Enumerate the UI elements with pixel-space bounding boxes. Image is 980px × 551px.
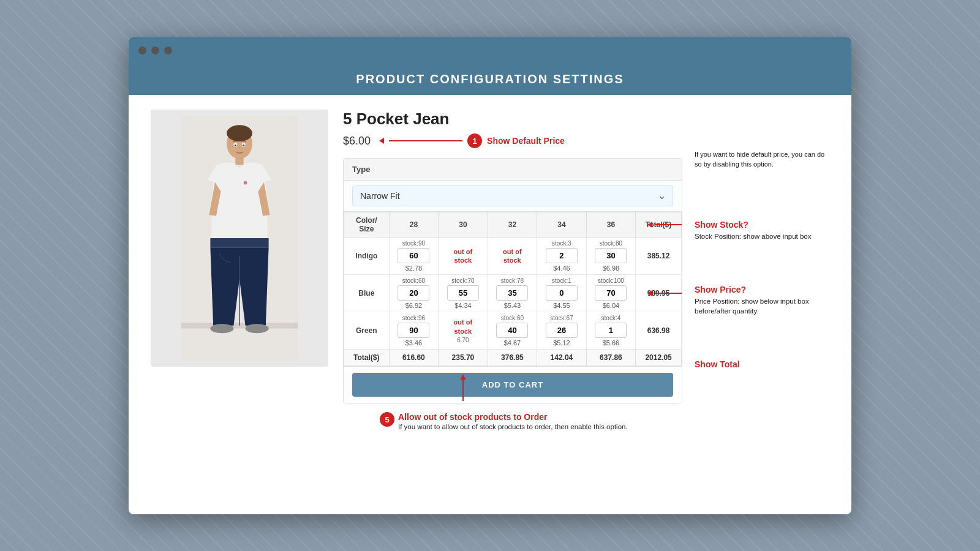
qty-indigo-28[interactable] <box>398 248 429 263</box>
product-image-col <box>151 110 328 504</box>
price-blue-28: $6.92 <box>405 302 423 309</box>
price-blue-34: $4.55 <box>553 302 570 309</box>
total-green: 636.98 <box>636 312 682 350</box>
price-blue-32: $5.43 <box>504 302 521 309</box>
price-blue-36: $6.04 <box>603 302 620 309</box>
type-select-input[interactable]: Narrow Fit Regular Fit Slim Fit <box>352 186 673 206</box>
app-window: PRODUCT CONFIGURATION SETTINGS <box>129 37 851 514</box>
total-col-34: 142.04 <box>537 350 587 366</box>
page-title: PRODUCT CONFIGURATION SETTINGS <box>129 72 851 86</box>
table-row-indigo: Indigo stock:90 $2.78 <box>344 238 682 275</box>
row-label-indigo: Indigo <box>344 238 390 275</box>
total-col-30: 235.70 <box>439 350 488 366</box>
annotation-2-row: Show Stock? <box>695 220 829 230</box>
annotation-1-badge: 1 <box>467 133 482 148</box>
cell-indigo-32: out ofstock <box>488 238 537 275</box>
cell-green-34: stock:67 $5.12 <box>537 312 587 350</box>
table-row-blue: Blue stock:60 $6.92 <box>344 275 682 312</box>
qty-green-32[interactable] <box>496 323 528 338</box>
row-label-blue: Blue <box>344 275 390 312</box>
table-header-row: Color/Size 28 30 32 34 36 <box>344 212 682 238</box>
window-header: PRODUCT CONFIGURATION SETTINGS <box>129 64 851 95</box>
annotation-3-arrow-container: 3 <box>647 286 682 301</box>
total-col-32: 376.85 <box>488 350 537 366</box>
out-of-stock-price-green-30: 6.70 <box>457 337 469 343</box>
svg-rect-7 <box>210 238 268 247</box>
stock-indigo-36: stock:80 <box>600 240 622 247</box>
product-image <box>151 110 328 367</box>
price-indigo-34: $4.46 <box>553 264 570 272</box>
price-green-28: $3.46 <box>405 339 423 347</box>
annotation-3-desc: Price Position: show below input box bef… <box>695 296 829 317</box>
product-name: 5 Pocket Jean <box>343 110 682 129</box>
totals-label: Total($) <box>344 350 390 366</box>
arrow-3-left-head <box>647 290 652 296</box>
cell-green-32: stock:60 $4.67 <box>488 312 537 350</box>
stock-green-32: stock:60 <box>501 315 524 321</box>
row-label-green: Green <box>344 312 390 350</box>
cell-indigo-30: out ofstock <box>439 238 488 275</box>
cell-indigo-28: stock:90 $2.78 <box>389 238 439 275</box>
qty-green-28[interactable] <box>398 323 429 338</box>
matrix-table: Color/Size 28 30 32 34 36 <box>344 212 682 366</box>
arrow-line <box>389 140 462 141</box>
arrow-3-line <box>655 293 682 294</box>
add-to-cart-button[interactable]: ADD TO CART <box>352 373 673 397</box>
traffic-lights <box>138 47 172 54</box>
svg-point-14 <box>235 144 236 146</box>
qty-blue-34[interactable] <box>546 285 578 301</box>
size-col-32: 32 <box>488 212 537 238</box>
stock-blue-36: stock:100 <box>598 277 624 284</box>
type-select-wrapper: Narrow Fit Regular Fit Slim Fit <box>352 186 673 206</box>
stock-blue-30: stock:70 <box>451 277 474 284</box>
svg-point-11 <box>244 181 247 185</box>
cell-green-28: stock:96 $3.46 <box>389 312 439 350</box>
type-header: Type <box>344 159 682 181</box>
traffic-light-close[interactable] <box>138 47 146 54</box>
cell-blue-28: stock:60 $6.92 <box>389 275 439 312</box>
person-illustration <box>172 116 307 361</box>
qty-blue-28[interactable] <box>398 285 429 301</box>
stock-green-28: stock:96 <box>402 315 425 321</box>
annotation-5-desc: If you want to allow out of stock produc… <box>398 422 628 432</box>
stock-blue-34: stock:1 <box>552 277 571 284</box>
qty-blue-36[interactable] <box>595 285 627 301</box>
stock-green-36: stock:4 <box>601 315 621 321</box>
svg-point-10 <box>246 324 269 333</box>
qty-green-34[interactable] <box>546 323 578 338</box>
qty-blue-32[interactable] <box>496 285 528 301</box>
annotation-4-title: Show Total <box>695 359 740 369</box>
type-label: Type <box>352 165 370 174</box>
stock-indigo-34: stock:3 <box>552 240 571 247</box>
total-indigo: 385.12 <box>636 238 682 275</box>
cell-indigo-34: stock:3 $4.46 <box>537 238 587 275</box>
annotation-2-arrow-container: 2 <box>647 217 682 232</box>
totals-row: Total($) 616.60 235.70 376.85 <box>344 350 682 366</box>
annotation-1-arrow: 1 Show Default Price <box>379 133 565 148</box>
annotation-5-content: Allow out of stock products to Order If … <box>398 412 628 432</box>
svg-rect-6 <box>211 196 267 242</box>
right-annotations: If you want to hide default price, you c… <box>695 110 829 504</box>
price-green-34: $5.12 <box>553 339 570 347</box>
cell-indigo-36: stock:80 $6.98 <box>586 238 636 275</box>
annotation-4-block: Show Total <box>695 359 829 371</box>
annotation-5-badge: 5 <box>380 412 394 427</box>
annotation-1-title: Show Default Price <box>487 136 565 146</box>
qty-indigo-34[interactable] <box>546 248 578 263</box>
traffic-light-maximize[interactable] <box>164 47 172 54</box>
size-col-30: 30 <box>439 212 488 238</box>
out-of-stock-indigo-30: out ofstock <box>454 247 473 265</box>
qty-blue-30[interactable] <box>447 285 479 301</box>
qty-green-36[interactable] <box>595 323 627 338</box>
svg-rect-5 <box>235 156 243 165</box>
add-to-cart-row: ADD TO CART <box>344 366 682 403</box>
qty-indigo-36[interactable] <box>595 248 627 263</box>
stock-green-34: stock:67 <box>550 315 573 321</box>
cell-blue-32: stock:78 $5.43 <box>488 275 537 312</box>
annotation-3-block: Show Price? Price Position: show below i… <box>695 285 829 317</box>
product-price: $6.00 <box>343 135 371 148</box>
price-indigo-28: $2.78 <box>405 264 423 272</box>
traffic-light-minimize[interactable] <box>151 47 159 54</box>
size-col-28: 28 <box>389 212 439 238</box>
annotation-1-desc: If you want to hide default price, you c… <box>695 150 829 170</box>
